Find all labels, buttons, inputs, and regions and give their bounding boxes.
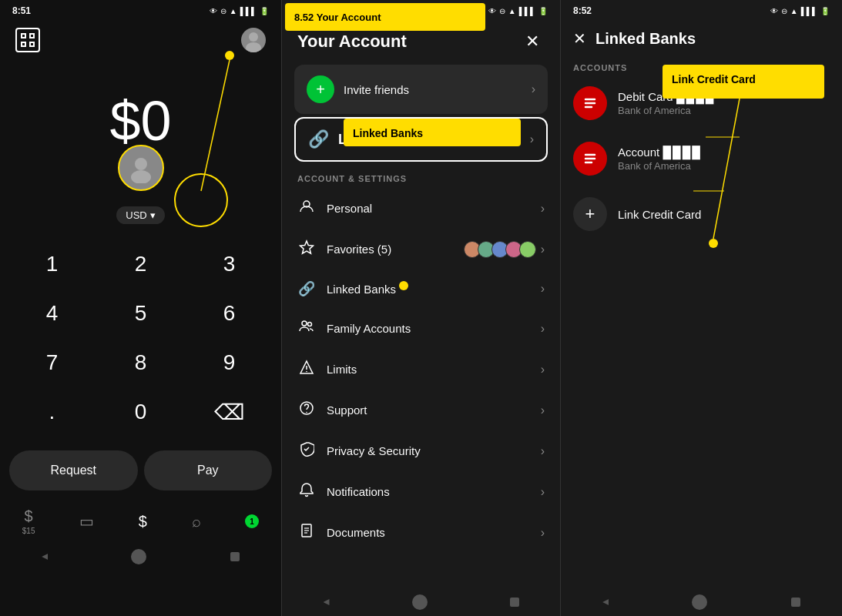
circle-icon: ⊖ bbox=[220, 7, 226, 15]
balance-display: $0 bbox=[109, 89, 171, 152]
circle-icon-right: ⊖ bbox=[781, 7, 787, 15]
nav-card[interactable]: ▭ bbox=[79, 512, 94, 531]
linked-banks-menu-icon: 🔗 bbox=[297, 280, 316, 297]
back-button[interactable]: ✕ bbox=[573, 29, 586, 48]
avatar-top-right[interactable] bbox=[241, 28, 266, 52]
menu-documents-left: Documents bbox=[297, 523, 385, 542]
menu-notifications-left: Notifications bbox=[297, 482, 390, 501]
documents-icon bbox=[297, 523, 316, 542]
svg-point-14 bbox=[306, 371, 307, 373]
family-icon bbox=[297, 319, 316, 338]
menu-privacy[interactable]: Privacy & Security › bbox=[282, 430, 560, 471]
menu-limits[interactable]: Limits › bbox=[282, 349, 560, 390]
home-dot-mid[interactable] bbox=[412, 594, 428, 610]
debit-card-name: Debit Card ████ bbox=[618, 90, 830, 103]
numpad: 1 2 3 4 5 6 7 8 9 . 0 ⌫ bbox=[8, 239, 273, 437]
pay-button[interactable]: Pay bbox=[144, 450, 273, 490]
home-dot-left[interactable] bbox=[131, 549, 146, 564]
link-credit-card-label: Link Credit Card bbox=[618, 208, 701, 221]
time-left: 8:51 bbox=[12, 5, 31, 16]
menu-documents[interactable]: Documents › bbox=[282, 512, 560, 553]
key-dot[interactable]: . bbox=[8, 387, 96, 437]
key-9[interactable]: 9 bbox=[185, 338, 273, 387]
bottom-home-bar-left bbox=[0, 543, 281, 567]
status-bar-left: 8:51 👁 ⊖ ▲ ▌▌▌ 🔋 bbox=[0, 0, 281, 22]
documents-label: Documents bbox=[327, 526, 385, 539]
link-chain-icon: 🔗 bbox=[308, 129, 329, 149]
account-name: Account ████ bbox=[618, 146, 830, 159]
back-arrow-left[interactable] bbox=[42, 554, 48, 560]
request-button[interactable]: Request bbox=[9, 450, 138, 490]
linked-banks-highlight-card[interactable]: 🔗 Linked Banks › bbox=[294, 117, 548, 162]
linked-banks-title: Linked Banks bbox=[595, 30, 696, 48]
stop-square-right[interactable] bbox=[791, 598, 800, 607]
documents-chevron-icon: › bbox=[541, 526, 545, 540]
key-5[interactable]: 5 bbox=[96, 289, 185, 338]
account-row[interactable]: Account ████ Bank of America bbox=[561, 131, 842, 186]
left-top-bar bbox=[0, 22, 281, 59]
stop-square-left[interactable] bbox=[230, 552, 240, 561]
debit-card-masked: ████ bbox=[676, 90, 716, 103]
link-credit-card-row[interactable]: + Link Credit Card bbox=[561, 186, 842, 242]
favorites-chevron-icon: › bbox=[541, 243, 545, 256]
privacy-label: Privacy & Security bbox=[327, 444, 421, 457]
balance-icon: $ bbox=[25, 507, 33, 525]
eye-icon-mid: 👁 bbox=[488, 7, 496, 15]
chevron-down-icon: ▾ bbox=[150, 209, 156, 221]
wifi-icon-right: ▲ bbox=[790, 7, 798, 15]
currency-selector[interactable]: USD ▾ bbox=[116, 206, 164, 224]
privacy-chevron-icon: › bbox=[541, 444, 545, 458]
key-backspace[interactable]: ⌫ bbox=[185, 387, 273, 437]
key-0[interactable]: 0 bbox=[96, 387, 185, 437]
back-arrow-right[interactable] bbox=[602, 599, 609, 605]
menu-notifications[interactable]: Notifications › bbox=[282, 471, 560, 512]
frame-icon[interactable] bbox=[15, 28, 40, 52]
menu-favorites[interactable]: Favorites (5) › bbox=[282, 229, 560, 270]
linked-banks-menu-label: Linked Banks bbox=[327, 283, 396, 296]
bofa-logo-debit bbox=[573, 86, 607, 120]
key-8[interactable]: 8 bbox=[96, 338, 185, 387]
nav-cashapp[interactable]: $ bbox=[139, 513, 147, 531]
stop-square-mid[interactable] bbox=[510, 598, 519, 607]
eye-icon: 👁 bbox=[210, 7, 217, 15]
close-button[interactable]: ✕ bbox=[520, 29, 545, 54]
time-mid: 8:52 bbox=[294, 5, 313, 16]
key-2[interactable]: 2 bbox=[96, 239, 185, 289]
avatar-large-container bbox=[0, 145, 281, 191]
key-6[interactable]: 6 bbox=[185, 289, 273, 338]
right-panel: 8:52 👁 ⊖ ▲ ▌▌▌ 🔋 ✕ Linked Banks ACCOUNTS… bbox=[561, 0, 842, 616]
nav-activity[interactable]: 1 bbox=[245, 514, 259, 528]
back-arrow-mid[interactable] bbox=[324, 599, 330, 605]
battery-icon: 🔋 bbox=[260, 7, 269, 15]
status-icons-right: 👁 ⊖ ▲ ▌▌▌ 🔋 bbox=[770, 7, 830, 15]
support-chevron-icon: › bbox=[541, 403, 545, 417]
home-dot-right[interactable] bbox=[692, 594, 707, 610]
svg-point-11 bbox=[308, 323, 312, 326]
middle-panel: 8:52 👁 ⊖ ▲ ▌▌▌ 🔋 Your Account ✕ + Invite… bbox=[281, 0, 561, 616]
key-3[interactable]: 3 bbox=[185, 239, 273, 289]
key-4[interactable]: 4 bbox=[8, 289, 96, 338]
support-label: Support bbox=[327, 403, 367, 417]
debit-card-row[interactable]: Debit Card ████ Bank of America bbox=[561, 75, 842, 131]
menu-support[interactable]: Support › bbox=[282, 390, 560, 430]
account-bank: Bank of America bbox=[618, 160, 830, 172]
signal-icon-mid: ▌▌▌ bbox=[519, 7, 535, 15]
svg-point-6 bbox=[135, 158, 147, 170]
key-7[interactable]: 7 bbox=[8, 338, 96, 387]
limits-icon bbox=[297, 360, 316, 379]
user-avatar[interactable] bbox=[118, 145, 164, 191]
left-panel: 8:51 👁 ⊖ ▲ ▌▌▌ 🔋 $0 USD bbox=[0, 0, 281, 616]
invite-card[interactable]: + Invite friends › bbox=[294, 65, 548, 114]
nav-balance[interactable]: $ $15 bbox=[22, 507, 35, 535]
action-buttons: Request Pay bbox=[0, 444, 281, 497]
menu-family[interactable]: Family Accounts › bbox=[282, 308, 560, 349]
personal-label: Personal bbox=[327, 202, 372, 215]
favorites-right: › bbox=[464, 241, 545, 258]
favorites-icon bbox=[297, 239, 316, 259]
key-1[interactable]: 1 bbox=[8, 239, 96, 289]
menu-personal[interactable]: Personal › bbox=[282, 188, 560, 229]
account-masked: ████ bbox=[663, 146, 702, 159]
menu-linked-banks[interactable]: 🔗 Linked Banks › bbox=[282, 270, 560, 308]
nav-search[interactable]: ⌕ bbox=[192, 513, 201, 531]
wifi-icon: ▲ bbox=[230, 7, 237, 15]
